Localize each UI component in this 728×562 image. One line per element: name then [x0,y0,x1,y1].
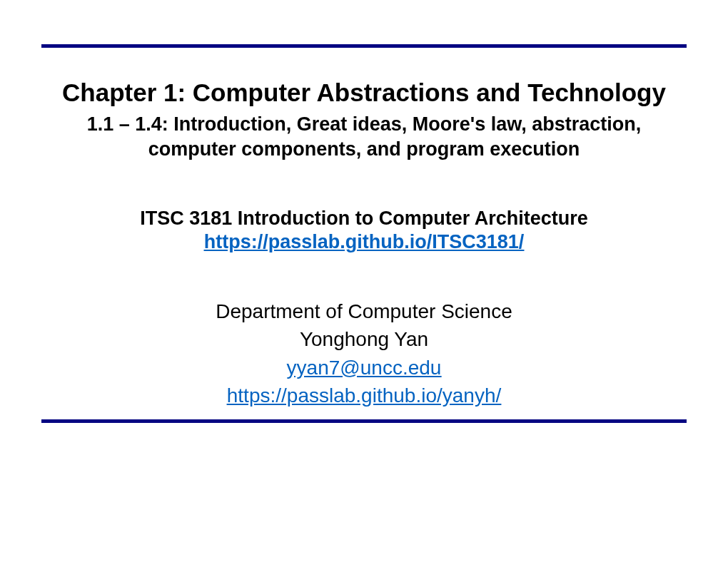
bottom-horizontal-rule [41,419,687,423]
top-horizontal-rule [41,44,687,48]
chapter-title: Chapter 1: Computer Abstractions and Tec… [41,78,687,108]
slide-content: Chapter 1: Computer Abstractions and Tec… [0,0,728,562]
homepage-link[interactable]: https://passlab.github.io/yanyh/ [227,384,501,407]
department-name: Department of Computer Science [41,297,687,325]
chapter-subtitle: 1.1 – 1.4: Introduction, Great ideas, Mo… [41,112,687,162]
author-homepage[interactable]: https://passlab.github.io/yanyh/ [41,382,687,409]
course-link[interactable]: https://passlab.github.io/ITSC3181/ [41,231,687,253]
author-email[interactable]: yyan7@uncc.edu [41,354,687,382]
course-name: ITSC 3181 Introduction to Computer Archi… [41,206,687,231]
course-url[interactable]: https://passlab.github.io/ITSC3181/ [204,231,525,252]
author-name: Yonghong Yan [41,325,687,353]
email-link[interactable]: yyan7@uncc.edu [287,357,442,379]
